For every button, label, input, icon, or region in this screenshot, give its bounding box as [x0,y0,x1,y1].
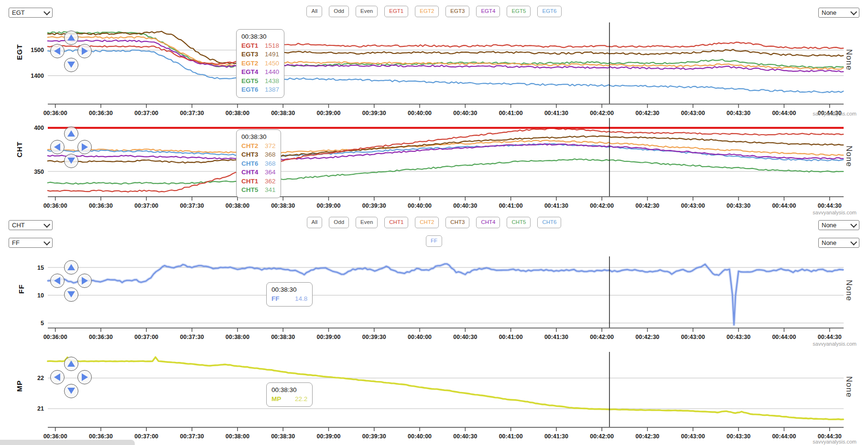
filter-cht1-button[interactable]: CHT1 [384,217,408,228]
x-tick-label: 00:38:30 [271,334,295,340]
cht-right-axis-select[interactable]: None [818,220,859,230]
filter-egt2-button[interactable]: EGT2 [415,6,439,17]
watermark: savvyanalysis.com [813,210,857,215]
pan-up-button[interactable] [64,127,78,141]
arrow-down-icon [67,62,75,68]
y-tick-label: 400 [34,125,44,131]
filter-egt6-button[interactable]: EGT6 [537,6,561,17]
pan-right-button[interactable] [77,140,92,154]
x-tick-label: 00:39:30 [362,202,386,209]
egt-right-axis-label: None [844,49,854,71]
egt-axis-label: EGT [15,44,23,60]
filter-cht5-button[interactable]: CHT5 [507,217,531,228]
filter-egt3-button[interactable]: EGT3 [445,6,469,17]
x-tick-label: 00:41:30 [544,334,568,340]
filter-even-button[interactable]: Even [356,6,378,17]
savvy-analysis-flight-charts: { "watermark": "savvyanalysis.com", "col… [0,0,868,445]
pan-left-button[interactable] [50,140,65,154]
pan-down-button[interactable] [64,384,78,398]
x-tick-label: 00:39:30 [362,334,386,340]
filter-odd-button[interactable]: Odd [329,6,349,17]
x-tick-label: 00:43:30 [727,202,750,209]
x-tick-label: 00:37:30 [180,334,204,340]
tooltip-row: EGT61387 [241,85,279,95]
filter-all-button[interactable]: All [306,6,322,17]
pan-down-button[interactable] [64,58,78,72]
x-tick-label: 00:39:00 [316,110,340,117]
filter-cht2-button[interactable]: CHT2 [415,217,439,228]
tooltip-row: CHT6368 [241,159,276,169]
pan-up-button[interactable] [64,31,78,45]
filter-ff-button[interactable]: FF [426,235,442,247]
series-line-cht4 [48,144,844,159]
egt-right-axis-select[interactable]: None [818,8,859,18]
filter-egt1-button[interactable]: EGT1 [384,6,408,17]
x-tick-label: 00:37:00 [134,334,158,340]
x-tick-label: 00:40:30 [453,110,477,117]
x-tick-label: 00:38:00 [226,433,250,440]
mp-axis-label: MP [15,380,23,392]
filter-egt5-button[interactable]: EGT5 [507,6,531,17]
tooltip-time: 00:38:30 [271,286,307,295]
arrow-down-icon [67,291,75,297]
ff-series-filter-row: FF [0,235,868,247]
pan-up-button[interactable] [64,357,78,371]
tooltip-time: 00:38:30 [241,32,279,42]
x-tick-label: 00:41:30 [544,110,568,117]
x-tick-label: 00:39:00 [316,433,340,440]
x-tick-label: 00:37:30 [180,110,204,117]
status-bar-fragment [0,440,135,445]
x-tick-label: 00:41:00 [499,433,523,440]
cht-axis-label: CHT [15,141,23,158]
arrow-up-icon [67,34,75,41]
x-tick-label: 00:39:00 [316,202,340,209]
series-line-mp [48,357,844,420]
ff-line-glow [48,264,844,325]
egt-right-axis-value: None [822,8,836,18]
pan-left-button[interactable] [50,274,65,288]
arrow-right-icon [82,47,88,55]
x-tick-label: 00:43:00 [681,433,705,440]
x-tick-label: 00:43:30 [727,334,750,340]
tooltip-row: CHT4364 [241,168,276,177]
filter-egt4-button[interactable]: EGT4 [476,6,500,17]
x-tick-label: 00:43:00 [681,110,705,117]
series-line-cht1 [48,128,844,192]
filter-cht3-button[interactable]: CHT3 [445,217,469,228]
series-line-egt6 [48,50,844,93]
mp-chart: 222100:36:0000:36:3000:37:0000:37:3000:3… [37,352,844,440]
pan-down-button[interactable] [64,287,78,302]
x-tick-label: 00:40:00 [408,433,432,440]
filter-even-button[interactable]: Even [356,217,378,228]
pan-right-button[interactable] [77,274,92,288]
pan-left-button[interactable] [50,370,65,384]
filter-odd-button[interactable]: Odd [329,217,349,228]
pan-down-button[interactable] [64,154,78,168]
chevron-down-icon [850,8,857,15]
arrow-up-icon [67,130,75,137]
tooltip-time: 00:38:30 [241,133,276,142]
filter-cht4-button[interactable]: CHT4 [476,217,500,228]
ff-right-axis-label: None [844,280,854,301]
pan-right-button[interactable] [77,370,92,384]
x-tick-label: 00:40:00 [408,202,432,209]
pan-up-button[interactable] [64,260,78,275]
pan-right-button[interactable] [77,44,92,58]
x-tick-label: 00:42:30 [636,202,660,209]
ff-right-axis-select[interactable]: None [818,238,859,248]
x-tick-label: 00:44:00 [772,202,796,209]
x-tick-label: 00:36:30 [89,433,113,440]
x-tick-label: 00:36:30 [89,110,113,117]
filter-all-button[interactable]: All [307,217,323,228]
x-tick-label: 00:37:00 [134,110,158,117]
x-tick-label: 00:43:30 [727,110,750,117]
x-tick-label: 00:44:30 [818,202,842,209]
cht-chart: 40035000:36:0000:36:3000:37:0000:37:3000… [34,118,844,209]
filter-cht6-button[interactable]: CHT6 [537,217,561,228]
pan-left-button[interactable] [50,44,65,58]
x-tick-label: 00:42:00 [590,334,614,340]
x-tick-label: 00:44:00 [772,334,796,340]
x-tick-label: 00:36:30 [89,334,113,340]
x-tick-label: 00:43:00 [681,202,705,209]
series-line-ff [48,264,844,325]
